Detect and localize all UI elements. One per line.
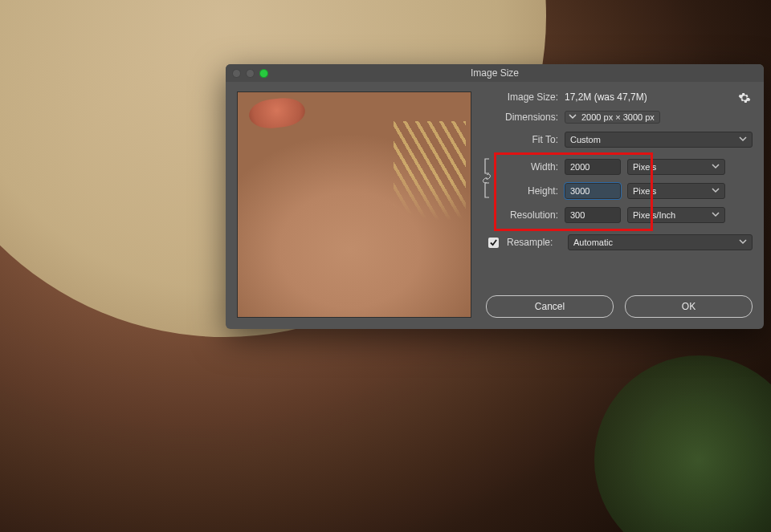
dimensions-chip[interactable]: 2000 px × 3000 px	[565, 111, 660, 124]
fit-to-label: Fit To:	[486, 134, 558, 145]
zoom-icon[interactable]	[259, 69, 268, 78]
close-icon[interactable]	[232, 69, 241, 78]
chevron-down-icon	[569, 112, 577, 122]
width-label: Width:	[486, 161, 558, 173]
resample-label: Resample:	[507, 237, 561, 248]
dimensions-row: Dimensions: 2000 px × 3000 px	[486, 111, 753, 124]
preview-detail	[394, 121, 466, 266]
minimize-icon[interactable]	[246, 69, 255, 78]
dimensions-group: Width: 2000 Pixels Height: 3000	[486, 156, 753, 226]
fit-to-select[interactable]: Custom	[565, 132, 753, 148]
height-row: Height: 3000 Pixels	[486, 183, 753, 199]
width-row: Width: 2000 Pixels	[486, 159, 753, 175]
image-size-dialog: Image Size Image Size: 17,2M (was 47,7M)…	[226, 64, 764, 329]
image-size-value: 17,2M (was 47,7M)	[565, 91, 647, 103]
preview-detail	[247, 95, 306, 130]
resample-checkbox[interactable]	[488, 238, 499, 248]
preview-thumbnail[interactable]	[237, 91, 471, 318]
chevron-down-icon	[712, 210, 720, 220]
fit-to-value: Custom	[570, 135, 601, 144]
width-input[interactable]: 2000	[565, 159, 621, 175]
resolution-input[interactable]: 300	[565, 207, 621, 223]
cancel-button[interactable]: Cancel	[486, 295, 614, 318]
dimensions-label: Dimensions:	[486, 112, 558, 123]
titlebar[interactable]: Image Size	[226, 64, 764, 82]
gear-icon[interactable]	[738, 91, 753, 106]
greenery-shape	[594, 355, 771, 532]
dialog-footer: Cancel OK	[486, 289, 753, 318]
traffic-lights	[232, 69, 268, 78]
dialog-title: Image Size	[226, 67, 764, 79]
dimensions-value: 2000 px × 3000 px	[581, 112, 655, 122]
image-size-label: Image Size:	[486, 91, 558, 103]
chevron-down-icon	[739, 238, 747, 247]
constrain-proportions-toggle[interactable]	[478, 157, 496, 199]
chevron-down-icon	[712, 162, 720, 172]
height-input[interactable]: 3000	[565, 183, 621, 199]
height-unit-select[interactable]: Pixels	[627, 183, 725, 199]
chevron-down-icon	[712, 186, 720, 196]
resolution-row: Resolution: 300 Pixels/Inch	[486, 207, 753, 223]
ok-button[interactable]: OK	[625, 295, 753, 318]
resolution-label: Resolution:	[486, 209, 558, 221]
height-label: Height:	[486, 185, 558, 197]
width-unit-select[interactable]: Pixels	[627, 159, 725, 175]
resolution-unit-select[interactable]: Pixels/Inch	[627, 207, 725, 223]
fit-to-row: Fit To: Custom	[486, 132, 753, 148]
resample-method-select[interactable]: Automatic	[568, 234, 753, 250]
chevron-down-icon	[739, 135, 747, 144]
image-size-form: Image Size: 17,2M (was 47,7M) Dimensions…	[486, 91, 753, 318]
image-size-row: Image Size: 17,2M (was 47,7M)	[486, 91, 753, 103]
resample-row: Resample: Automatic	[486, 234, 753, 250]
